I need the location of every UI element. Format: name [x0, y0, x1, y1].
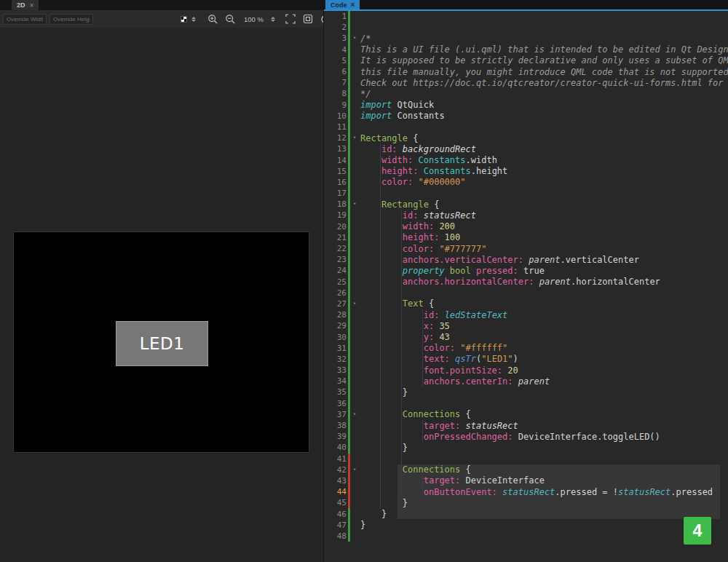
line-number[interactable]: 23 — [324, 255, 347, 264]
line-number[interactable]: 9 — [324, 100, 347, 110]
line-number[interactable]: 48 — [324, 531, 347, 541]
line-number[interactable]: 21 — [324, 233, 347, 242]
zoom-level-stepper[interactable] — [271, 17, 275, 22]
line-number[interactable]: 47 — [324, 521, 347, 530]
zoom-level-label[interactable]: 100 % — [244, 15, 264, 23]
line-number[interactable]: 43 — [324, 476, 347, 486]
code-line[interactable]: 26 — [324, 288, 728, 298]
code-line[interactable]: 36 — [324, 398, 728, 409]
code-line[interactable]: 25 anchors.horizontalCenter: parent.hori… — [324, 277, 728, 288]
code-line[interactable]: 24 property bool pressed: true — [324, 265, 728, 276]
code-line[interactable]: 18▾ Rectangle { — [324, 199, 728, 210]
code-line[interactable]: 33 font.pointSize: 20 — [324, 365, 728, 376]
code-line[interactable]: 15 height: Constants.height — [324, 166, 728, 177]
code-editor[interactable]: 123▾/*4This is a UI file (.ui.qml) that … — [324, 11, 728, 562]
code-line[interactable]: 17 — [324, 188, 728, 199]
line-number[interactable]: 38 — [324, 421, 347, 430]
line-number[interactable]: 29 — [324, 321, 347, 331]
zoom-in-icon[interactable] — [206, 12, 219, 25]
line-number[interactable]: 7 — [324, 78, 347, 87]
line-number[interactable]: 18 — [324, 199, 347, 209]
fold-marker-icon[interactable]: ▾ — [350, 33, 359, 44]
line-number[interactable]: 27 — [324, 299, 347, 309]
code-line[interactable]: 44 onButtonEvent: statusRect.pressed = !… — [324, 486, 728, 497]
canvas-color-picker-icon[interactable] — [181, 16, 187, 23]
code-line[interactable]: 46 } — [324, 508, 728, 519]
fold-marker-icon[interactable]: ▾ — [350, 199, 359, 210]
zoom-to-selection-icon[interactable] — [301, 12, 314, 25]
code-line[interactable]: 13 id: backgroundRect — [324, 143, 728, 154]
line-number[interactable]: 46 — [324, 510, 347, 519]
fold-marker-icon[interactable]: ▾ — [350, 409, 359, 420]
tab-2d-close-icon[interactable]: × — [30, 1, 34, 9]
tab-code[interactable]: Code × — [325, 0, 360, 9]
fold-marker-icon[interactable]: ▾ — [350, 132, 359, 143]
line-number[interactable]: 45 — [324, 498, 347, 507]
line-number[interactable]: 13 — [324, 144, 347, 154]
code-line[interactable]: 2 — [324, 22, 728, 33]
code-line[interactable]: 27▾ Text { — [324, 298, 728, 309]
code-line[interactable]: 43 target: DeviceInterface — [324, 475, 728, 486]
code-line[interactable]: 30 y: 43 — [324, 331, 728, 342]
line-number[interactable]: 30 — [324, 333, 347, 342]
code-line[interactable]: 9import QtQuick — [324, 100, 728, 111]
line-number[interactable]: 2 — [324, 23, 347, 32]
line-number[interactable]: 3 — [324, 33, 347, 43]
line-number[interactable]: 22 — [324, 244, 347, 253]
line-number[interactable]: 14 — [324, 156, 347, 165]
code-line[interactable]: 1 — [324, 11, 728, 22]
code-line[interactable]: 32 text: qsTr("LED1") — [324, 354, 728, 365]
line-number[interactable]: 42 — [324, 465, 347, 475]
line-number[interactable]: 4 — [324, 45, 347, 55]
code-line[interactable]: 7Check out https://doc.qt.io/qtcreator/c… — [324, 77, 728, 88]
code-line[interactable]: 12▾Rectangle { — [324, 132, 728, 143]
line-number[interactable]: 28 — [324, 310, 347, 320]
line-number[interactable]: 26 — [324, 288, 347, 298]
line-number[interactable]: 44 — [324, 487, 347, 496]
override-height-input[interactable] — [50, 14, 93, 25]
line-number[interactable]: 35 — [324, 387, 347, 397]
line-number[interactable]: 11 — [324, 122, 347, 132]
line-number[interactable]: 10 — [324, 111, 347, 121]
override-width-input[interactable] — [3, 14, 47, 25]
code-line[interactable]: 29 x: 35 — [324, 320, 728, 331]
line-number[interactable]: 12 — [324, 133, 347, 143]
code-line[interactable]: 20 width: 200 — [324, 221, 728, 232]
led-status-rect-item[interactable]: LED1 — [116, 321, 208, 366]
code-line[interactable]: 40 } — [324, 442, 728, 453]
code-line[interactable]: 38 target: statusRect — [324, 420, 728, 431]
background-rect-item[interactable]: LED1 — [13, 231, 309, 453]
line-number[interactable]: 19 — [324, 210, 347, 220]
line-number[interactable]: 31 — [324, 344, 347, 353]
code-line[interactable]: 45 } — [324, 497, 728, 508]
line-number[interactable]: 24 — [324, 266, 347, 275]
fold-marker-icon[interactable]: ▾ — [350, 464, 359, 475]
line-number[interactable]: 25 — [324, 277, 347, 287]
tab-code-close-icon[interactable]: × — [351, 1, 355, 9]
code-line[interactable]: 47} — [324, 520, 728, 531]
line-number[interactable]: 33 — [324, 365, 347, 375]
code-line[interactable]: 10import Constants — [324, 111, 728, 122]
code-line[interactable]: 35 } — [324, 387, 728, 397]
code-line[interactable]: 19 id: statusRect — [324, 210, 728, 221]
code-line[interactable]: 14 width: Constants.width — [324, 154, 728, 165]
line-number[interactable]: 39 — [324, 432, 347, 441]
line-number[interactable]: 16 — [324, 178, 347, 187]
canvas-color-stepper[interactable] — [191, 17, 196, 22]
code-line[interactable]: 5It is supposed to be strictly declarati… — [324, 55, 728, 66]
code-line[interactable]: 31 color: "#ffffff" — [324, 343, 728, 354]
code-line[interactable]: 3▾/* — [324, 33, 728, 44]
fold-marker-icon[interactable]: ▾ — [350, 298, 359, 309]
zoom-out-icon[interactable] — [223, 12, 237, 25]
line-number[interactable]: 41 — [324, 454, 347, 464]
line-number[interactable]: 15 — [324, 167, 347, 176]
line-number[interactable]: 37 — [324, 410, 347, 419]
code-line[interactable]: 48 — [324, 531, 728, 542]
code-line[interactable]: 8*/ — [324, 88, 728, 99]
line-number[interactable]: 8 — [324, 89, 347, 98]
code-line[interactable]: 4This is a UI file (.ui.qml) that is int… — [324, 44, 728, 55]
code-line[interactable]: 6this file manually, you might introduce… — [324, 66, 728, 77]
line-number[interactable]: 1 — [324, 12, 347, 21]
code-line[interactable]: 22 color: "#777777" — [324, 243, 728, 254]
code-line[interactable]: 42▾ Connections { — [324, 464, 728, 475]
